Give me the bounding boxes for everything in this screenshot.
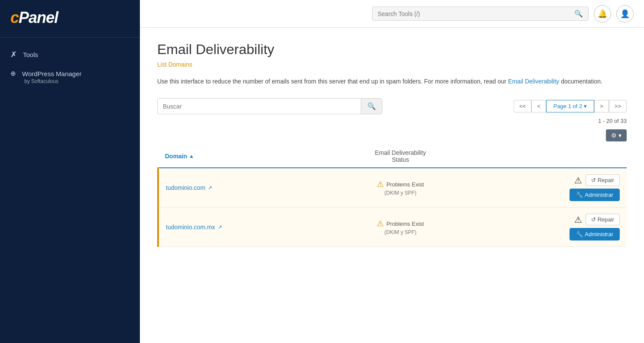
pagination-current-label: Page 1 of 2	[553, 103, 583, 109]
admin-label-1: Administrar	[585, 192, 613, 198]
status-sub-1: (DKIM y SPF)	[385, 190, 417, 196]
administrar-button-2[interactable]: 🔧 Administrar	[570, 228, 620, 240]
description-after: documentation.	[559, 78, 602, 85]
search-icon: 🔍	[574, 10, 583, 18]
page-body: Email Deliverability List Domains Use th…	[140, 28, 644, 343]
description: Use this interface to reduce the number …	[157, 77, 627, 86]
domain-cell-1: tudominio.com ↗	[158, 168, 324, 208]
page-title: Email Deliverability	[157, 42, 627, 58]
user-icon: 👤	[620, 9, 630, 19]
user-menu-button[interactable]: 👤	[616, 5, 634, 22]
table-header: Domain ▲ Email DeliverabilityStatus	[158, 145, 627, 168]
sidebar-item-tools[interactable]: ✗ Tools	[0, 45, 140, 64]
status-cell-1: ⚠ Problems Exist (DKIM y SPF)	[324, 168, 476, 208]
status-warn-1: ⚠ Problems Exist (DKIM y SPF)	[331, 180, 469, 196]
settings-button[interactable]: ⚙ ▾	[606, 129, 627, 141]
sidebar-nav: ✗ Tools ⊕ WordPress Manager by Softaculo…	[0, 38, 140, 96]
repair-icon-2: ↺	[591, 216, 596, 223]
wrench-icon-1: 🔧	[576, 192, 583, 198]
search-input[interactable]	[378, 10, 571, 17]
status-text-2: Problems Exist	[386, 221, 424, 227]
administrar-button-1[interactable]: 🔧 Administrar	[570, 189, 620, 201]
controls-row: 🔍 << < Page 1 of 2 ▾ > >>	[157, 98, 627, 114]
repair-button-2[interactable]: ↺ Repair	[586, 214, 620, 225]
top-header: 🔍 🔔 👤	[140, 0, 644, 28]
pagination-next-button[interactable]: >	[594, 100, 609, 112]
pagination-dropdown-icon: ▾	[584, 103, 587, 109]
status-sub-2: (DKIM y SPF)	[385, 229, 417, 235]
table-body: tudominio.com ↗ ⚠ Problems Exist (DKIM y…	[158, 168, 627, 247]
repair-label-2: Repair	[598, 216, 614, 223]
sidebar-item-wordpress-label: WordPress Manager	[22, 70, 81, 77]
table-row: tudominio.com.mx ↗ ⚠ Problems Exist (DKI…	[158, 208, 627, 247]
gear-row: ⚙ ▾	[157, 129, 627, 145]
repair-icon-1: ↺	[591, 177, 596, 183]
domain-cell-2: tudominio.com.mx ↗	[158, 208, 324, 247]
warning-icon-1: ⚠	[377, 180, 384, 189]
sidebar-item-wordpress[interactable]: ⊕ WordPress Manager by Softaculous	[0, 64, 140, 90]
logo-text: cPanel	[10, 9, 58, 26]
repair-button-1[interactable]: ↺ Repair	[586, 174, 620, 186]
sidebar: cPanel ✗ Tools ⊕ WordPress Manager by So…	[0, 0, 140, 343]
bell-icon: 🔔	[598, 9, 607, 19]
domain-name-1: tudominio.com	[166, 184, 205, 191]
admin-label-2: Administrar	[585, 231, 613, 237]
actions-cell-1: ⚠ ↺ Repair 🔧 Administrar	[477, 168, 627, 208]
notifications-button[interactable]: 🔔	[594, 5, 611, 22]
external-link-icon-1: ↗	[208, 185, 212, 191]
buscar-input[interactable]	[158, 99, 361, 113]
buscar-button[interactable]: 🔍	[361, 99, 382, 114]
repair-label-1: Repair	[598, 177, 614, 183]
count-row: 1 - 20 of 33	[157, 118, 627, 124]
cpanel-logo: cPanel	[0, 0, 140, 38]
actions-col-2: ⚠ ↺ Repair 🔧 Administrar	[484, 214, 620, 240]
gear-icon: ⚙	[611, 132, 617, 139]
action-warning-icon-1: ⚠	[574, 175, 582, 186]
actions-column-header	[477, 145, 627, 168]
pagination-current-button[interactable]: Page 1 of 2 ▾	[546, 100, 595, 112]
description-link[interactable]: Email Deliverability	[508, 78, 559, 85]
status-cell-2: ⚠ Problems Exist (DKIM y SPF)	[324, 208, 476, 247]
status-column-label: Email DeliverabilityStatus	[375, 149, 426, 163]
sidebar-item-tools-label: Tools	[23, 51, 38, 58]
wordpress-icon: ⊕	[10, 70, 16, 77]
buscar-box: 🔍	[157, 98, 382, 114]
status-column-header: Email DeliverabilityStatus	[324, 145, 476, 168]
table-row: tudominio.com ↗ ⚠ Problems Exist (DKIM y…	[158, 168, 627, 208]
status-text-1: Problems Exist	[386, 181, 424, 188]
domain-name-2: tudominio.com.mx	[166, 224, 215, 231]
pagination-prev-button[interactable]: <	[531, 100, 546, 112]
domain-column-label: Domain	[165, 153, 187, 160]
domain-link-2[interactable]: tudominio.com.mx ↗	[166, 224, 317, 231]
status-warn-2: ⚠ Problems Exist (DKIM y SPF)	[331, 219, 469, 235]
wrench-icon-2: 🔧	[576, 231, 583, 237]
pagination-first-button[interactable]: <<	[514, 100, 531, 112]
search-bar[interactable]: 🔍	[372, 6, 589, 21]
warning-icon-2: ⚠	[377, 219, 384, 228]
breadcrumb-link[interactable]: List Domains	[157, 61, 192, 68]
tools-icon: ✗	[10, 50, 17, 59]
sort-asc-icon: ▲	[189, 153, 194, 159]
gear-dropdown-icon: ▾	[618, 132, 621, 139]
wordpress-sub-label: by Softaculous	[10, 78, 129, 84]
main-content: 🔍 🔔 👤 Email Deliverability List Domains …	[140, 0, 644, 343]
pagination-last-button[interactable]: >>	[609, 100, 627, 112]
domains-table: Domain ▲ Email DeliverabilityStatus tu	[157, 145, 627, 247]
domain-column-header[interactable]: Domain ▲	[158, 145, 324, 168]
actions-col-1: ⚠ ↺ Repair 🔧 Administrar	[484, 174, 620, 201]
external-link-icon-2: ↗	[218, 224, 222, 230]
domain-link-1[interactable]: tudominio.com ↗	[166, 184, 317, 191]
count-text: 1 - 20 of 33	[598, 118, 627, 124]
description-before: Use this interface to reduce the number …	[157, 78, 508, 85]
pagination: << < Page 1 of 2 ▾ > >>	[514, 100, 627, 112]
actions-cell-2: ⚠ ↺ Repair 🔧 Administrar	[477, 208, 627, 247]
action-warning-icon-2: ⚠	[574, 215, 582, 225]
